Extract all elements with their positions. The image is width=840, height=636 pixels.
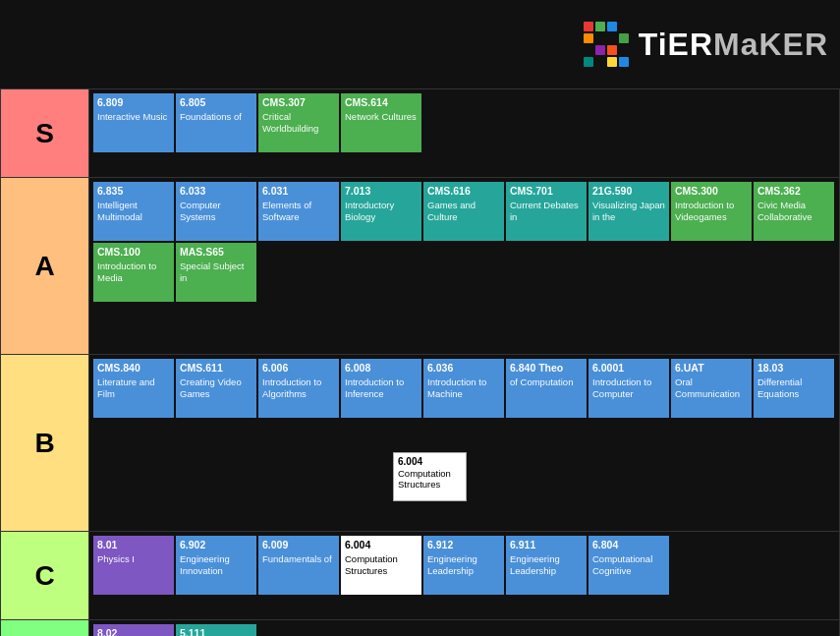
card-number: 6.902 — [180, 539, 252, 552]
tiermaker-logo: TiERMaKER — [584, 22, 828, 67]
tier-row-s: S6.809Interactive Music6.805Foundations … — [1, 89, 840, 178]
card-title: Current Debates in — [510, 200, 583, 224]
card-a-3[interactable]: 7.013Introductory Biology — [341, 182, 421, 241]
card-a-4[interactable]: CMS.616Games and Culture — [423, 182, 504, 241]
card-title: Introductory Biology — [345, 200, 418, 224]
card-number: 6.809 — [97, 96, 170, 110]
card-c-0[interactable]: 8.01Physics I — [93, 536, 174, 595]
card-s-3[interactable]: CMS.614Network Cultures — [341, 93, 421, 152]
card-title: Engineering Innovation — [180, 553, 252, 578]
tier-content-c: 8.01Physics I6.902Engineering Innovation… — [89, 532, 840, 620]
cards-container-c: 8.01Physics I6.902Engineering Innovation… — [91, 534, 837, 597]
card-number: 6.911 — [510, 539, 583, 552]
card-title: of Computation — [510, 376, 583, 388]
tier-table: S6.809Interactive Music6.805Foundations … — [0, 88, 840, 636]
card-a-9[interactable]: CMS.100Introduction to Media — [93, 243, 174, 302]
tooltip-card: 6.004 Computation Structures — [393, 452, 467, 501]
logo-dot — [584, 45, 593, 55]
tooltip-number: 6.004 — [398, 456, 462, 467]
card-a-0[interactable]: 6.835Intelligent Multimodal — [93, 182, 174, 241]
card-title: Engineering Leadership — [427, 553, 500, 578]
card-title: Civic Media Collaborative — [757, 200, 830, 224]
logo-dot — [607, 45, 617, 55]
card-a-2[interactable]: 6.031Elements of Software — [258, 182, 339, 241]
logo-dot — [607, 33, 617, 43]
card-title: Elements of Software — [262, 200, 335, 224]
card-title: Interactive Music — [97, 111, 170, 123]
card-number: 21G.590 — [592, 185, 665, 199]
card-a-1[interactable]: 6.033Computer Systems — [176, 182, 256, 241]
card-number: CMS.840 — [97, 362, 170, 376]
card-number: 6.031 — [262, 185, 335, 199]
logo-dot — [607, 22, 617, 31]
card-a-7[interactable]: CMS.300Introduction to Videogames — [671, 182, 752, 241]
card-number: 8.01 — [97, 539, 170, 552]
card-b-2[interactable]: 6.006Introduction to Algorithms — [258, 359, 339, 418]
card-number: CMS.616 — [427, 185, 500, 199]
card-d-0[interactable]: 8.02Physics II — [93, 624, 174, 636]
card-a-5[interactable]: CMS.701Current Debates in — [506, 182, 587, 241]
card-c-3[interactable]: 6.004Computation Structures — [341, 536, 421, 595]
card-s-1[interactable]: 6.805Foundations of — [176, 93, 256, 152]
card-s-2[interactable]: CMS.307Critical Worldbuilding — [258, 93, 339, 152]
card-c-5[interactable]: 6.911Engineering Leadership — [506, 536, 587, 595]
card-title: Creating Video Games — [180, 376, 252, 401]
card-number: 6.006 — [262, 362, 335, 376]
card-title: Physics I — [97, 553, 170, 565]
card-number: CMS.614 — [345, 96, 418, 110]
card-number: 6.004 — [345, 539, 418, 552]
logo-dot — [619, 33, 629, 43]
card-a-10[interactable]: MAS.S65Special Subject in — [176, 243, 256, 302]
card-c-4[interactable]: 6.912Engineering Leadership — [423, 536, 504, 595]
card-title: Critical Worldbuilding — [262, 111, 335, 136]
card-title: Network Cultures — [345, 111, 418, 123]
card-c-2[interactable]: 6.009Fundamentals of — [258, 536, 339, 595]
tooltip-title: Computation Structures — [398, 468, 462, 490]
tier-row-d: D8.02Physics II5.111Principles of Chemic… — [1, 620, 840, 637]
card-number: 6.912 — [427, 539, 500, 552]
tier-content-a: 6.835Intelligent Multimodal6.033Computer… — [89, 178, 840, 355]
logo-dot — [595, 33, 605, 43]
logo-dot — [595, 57, 605, 67]
card-c-6[interactable]: 6.804Computational Cognitive — [588, 536, 669, 595]
card-number: CMS.611 — [180, 362, 252, 376]
card-c-1[interactable]: 6.902Engineering Innovation — [176, 536, 256, 595]
tier-row-b: BCMS.840Literature and FilmCMS.611Creati… — [1, 355, 840, 532]
card-title: Computer Systems — [180, 200, 252, 224]
card-number: 6.840 Theo — [510, 362, 583, 376]
card-title: Introduction to Inference — [345, 376, 418, 401]
card-number: 6.009 — [262, 539, 335, 552]
card-number: 6.0001 — [592, 362, 665, 376]
card-title: Introduction to Algorithms — [262, 376, 335, 401]
card-d-1[interactable]: 5.111Principles of Chemical — [176, 624, 256, 636]
card-title: Intelligent Multimodal — [97, 200, 170, 224]
card-b-5[interactable]: 6.840 Theoof Computation — [506, 359, 587, 418]
card-b-7[interactable]: 6.UATOral Communication — [671, 359, 752, 418]
card-title: Introduction to Media — [97, 260, 170, 285]
tier-content-b: CMS.840Literature and FilmCMS.611Creatin… — [89, 355, 840, 532]
tier-content-s: 6.809Interactive Music6.805Foundations o… — [89, 89, 840, 178]
card-title: Fundamentals of — [262, 553, 335, 565]
card-a-8[interactable]: CMS.362Civic Media Collaborative — [754, 182, 834, 241]
card-a-6[interactable]: 21G.590Visualizing Japan in the — [588, 182, 669, 241]
cards-container-s: 6.809Interactive Music6.805Foundations o… — [91, 91, 837, 154]
card-b-4[interactable]: 6.036Introduction to Machine — [423, 359, 504, 418]
logo-dot — [619, 22, 629, 31]
tier-content-d: 8.02Physics II5.111Principles of Chemica… — [89, 620, 840, 637]
card-title: Foundations of — [180, 111, 252, 123]
card-number: CMS.701 — [510, 185, 583, 199]
logo-dot — [607, 57, 617, 67]
card-b-8[interactable]: 18.03Differential Equations — [754, 359, 834, 418]
card-number: CMS.362 — [757, 185, 830, 199]
card-b-0[interactable]: CMS.840Literature and Film — [93, 359, 174, 418]
card-title: Visualizing Japan in the — [592, 200, 665, 224]
card-title: Introduction to Machine — [427, 376, 500, 401]
tier-label-s: S — [1, 89, 89, 178]
card-s-0[interactable]: 6.809Interactive Music — [93, 93, 174, 152]
card-b-3[interactable]: 6.008Introduction to Inference — [341, 359, 421, 418]
card-b-6[interactable]: 6.0001Introduction to Computer — [588, 359, 669, 418]
card-b-1[interactable]: CMS.611Creating Video Games — [176, 359, 256, 418]
card-number: 6.835 — [97, 185, 170, 199]
card-number: CMS.100 — [97, 246, 170, 260]
card-title: Introduction to Computer — [592, 376, 665, 401]
